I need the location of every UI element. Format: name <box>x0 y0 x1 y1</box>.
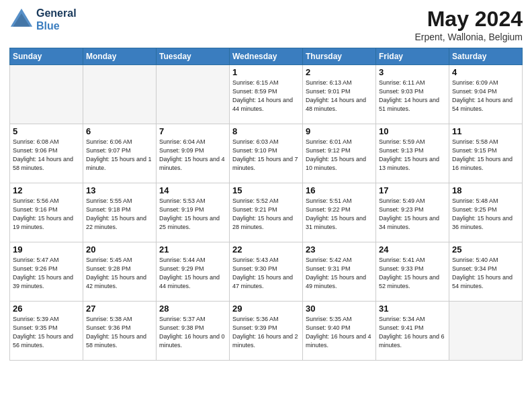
location: Erpent, Wallonia, Belgium <box>414 32 523 42</box>
calendar-cell-w5-d5: 30Sunrise: 5:35 AM Sunset: 9:40 PM Dayli… <box>303 302 376 361</box>
month-title: May 2024 <box>414 7 523 32</box>
calendar-cell-w3-d7: 18Sunrise: 5:48 AM Sunset: 9:25 PM Dayli… <box>449 183 523 242</box>
day-info-27: Sunrise: 5:38 AM Sunset: 9:36 PM Dayligh… <box>86 315 153 350</box>
day-info-13: Sunrise: 5:55 AM Sunset: 9:18 PM Dayligh… <box>86 197 153 232</box>
calendar-week-2: 5Sunrise: 6:08 AM Sunset: 9:06 PM Daylig… <box>10 124 523 183</box>
header-saturday: Saturday <box>449 48 523 65</box>
header-tuesday: Tuesday <box>157 48 230 65</box>
day-info-17: Sunrise: 5:49 AM Sunset: 9:23 PM Dayligh… <box>379 197 446 232</box>
day-info-1: Sunrise: 6:15 AM Sunset: 8:59 PM Dayligh… <box>232 79 300 113</box>
header-sunday: Sunday <box>10 48 83 65</box>
day-number-19: 19 <box>13 244 80 255</box>
day-number-17: 17 <box>379 185 446 195</box>
calendar-week-4: 19Sunrise: 5:47 AM Sunset: 9:26 PM Dayli… <box>10 242 523 302</box>
calendar-cell-w1-d3 <box>157 65 230 124</box>
day-number-9: 9 <box>306 126 373 136</box>
calendar-cell-w5-d1: 26Sunrise: 5:39 AM Sunset: 9:35 PM Dayli… <box>10 302 83 361</box>
calendar-cell-w5-d4: 29Sunrise: 5:36 AM Sunset: 9:39 PM Dayli… <box>230 302 303 361</box>
day-number-2: 2 <box>306 67 373 77</box>
calendar-table: Sunday Monday Tuesday Wednesday Thursday… <box>9 48 523 361</box>
calendar-cell-w2-d5: 9Sunrise: 6:01 AM Sunset: 9:12 PM Daylig… <box>303 124 376 183</box>
calendar-cell-w3-d3: 14Sunrise: 5:53 AM Sunset: 9:19 PM Dayli… <box>157 183 230 242</box>
day-number-6: 6 <box>86 126 153 136</box>
calendar-cell-w1-d5: 2Sunrise: 6:13 AM Sunset: 9:01 PM Daylig… <box>303 65 376 124</box>
calendar-cell-w2-d7: 11Sunrise: 5:58 AM Sunset: 9:15 PM Dayli… <box>449 124 523 183</box>
calendar-cell-w2-d4: 8Sunrise: 6:03 AM Sunset: 9:10 PM Daylig… <box>230 124 303 183</box>
day-number-23: 23 <box>306 244 373 255</box>
calendar-cell-w4-d1: 19Sunrise: 5:47 AM Sunset: 9:26 PM Dayli… <box>10 242 83 302</box>
calendar-cell-w1-d2 <box>83 65 157 124</box>
day-info-9: Sunrise: 6:01 AM Sunset: 9:12 PM Dayligh… <box>306 138 373 173</box>
day-number-30: 30 <box>306 304 373 314</box>
calendar-cell-w2-d3: 7Sunrise: 6:04 AM Sunset: 9:09 PM Daylig… <box>157 124 230 183</box>
day-info-3: Sunrise: 6:11 AM Sunset: 9:03 PM Dayligh… <box>379 79 446 113</box>
day-number-11: 11 <box>452 126 519 136</box>
day-number-14: 14 <box>159 185 226 195</box>
day-info-7: Sunrise: 6:04 AM Sunset: 9:09 PM Dayligh… <box>159 138 226 173</box>
header: General Blue May 2024 Erpent, Wallonia, … <box>9 7 523 42</box>
calendar-cell-w2-d2: 6Sunrise: 6:06 AM Sunset: 9:07 PM Daylig… <box>83 124 157 183</box>
calendar-cell-w4-d5: 23Sunrise: 5:42 AM Sunset: 9:31 PM Dayli… <box>303 242 376 302</box>
day-number-3: 3 <box>379 67 446 77</box>
day-info-4: Sunrise: 6:09 AM Sunset: 9:04 PM Dayligh… <box>452 79 519 113</box>
day-info-12: Sunrise: 5:56 AM Sunset: 9:16 PM Dayligh… <box>13 197 80 232</box>
day-number-22: 22 <box>232 244 300 255</box>
calendar-cell-w5-d2: 27Sunrise: 5:38 AM Sunset: 9:36 PM Dayli… <box>83 302 157 361</box>
calendar-cell-w4-d3: 21Sunrise: 5:44 AM Sunset: 9:29 PM Dayli… <box>157 242 230 302</box>
logo: General Blue <box>9 7 77 32</box>
day-info-31: Sunrise: 5:34 AM Sunset: 9:41 PM Dayligh… <box>379 315 446 350</box>
day-info-16: Sunrise: 5:51 AM Sunset: 9:22 PM Dayligh… <box>306 197 373 232</box>
calendar-cell-w1-d4: 1Sunrise: 6:15 AM Sunset: 8:59 PM Daylig… <box>230 65 303 124</box>
day-info-8: Sunrise: 6:03 AM Sunset: 9:10 PM Dayligh… <box>232 138 300 173</box>
day-number-7: 7 <box>159 126 226 136</box>
calendar-cell-w2-d6: 10Sunrise: 5:59 AM Sunset: 9:13 PM Dayli… <box>376 124 449 183</box>
calendar-cell-w1-d6: 3Sunrise: 6:11 AM Sunset: 9:03 PM Daylig… <box>376 65 449 124</box>
day-info-28: Sunrise: 5:37 AM Sunset: 9:38 PM Dayligh… <box>159 315 226 350</box>
day-number-16: 16 <box>306 185 373 195</box>
header-thursday: Thursday <box>303 48 376 65</box>
day-number-8: 8 <box>232 126 300 136</box>
day-number-26: 26 <box>13 304 80 314</box>
day-info-22: Sunrise: 5:43 AM Sunset: 9:30 PM Dayligh… <box>232 256 300 291</box>
day-number-29: 29 <box>232 304 300 314</box>
day-number-12: 12 <box>13 185 80 195</box>
day-info-26: Sunrise: 5:39 AM Sunset: 9:35 PM Dayligh… <box>13 315 80 350</box>
calendar-week-1: 1Sunrise: 6:15 AM Sunset: 8:59 PM Daylig… <box>10 65 523 124</box>
calendar-cell-w4-d2: 20Sunrise: 5:45 AM Sunset: 9:28 PM Dayli… <box>83 242 157 302</box>
logo-icon <box>9 7 34 32</box>
calendar-cell-w5-d3: 28Sunrise: 5:37 AM Sunset: 9:38 PM Dayli… <box>157 302 230 361</box>
day-info-30: Sunrise: 5:35 AM Sunset: 9:40 PM Dayligh… <box>306 315 373 350</box>
calendar-week-3: 12Sunrise: 5:56 AM Sunset: 9:16 PM Dayli… <box>10 183 523 242</box>
calendar-cell-w5-d6: 31Sunrise: 5:34 AM Sunset: 9:41 PM Dayli… <box>376 302 449 361</box>
day-number-13: 13 <box>86 185 153 195</box>
day-info-14: Sunrise: 5:53 AM Sunset: 9:19 PM Dayligh… <box>159 197 226 232</box>
calendar-cell-w1-d1 <box>10 65 83 124</box>
title-block: May 2024 Erpent, Wallonia, Belgium <box>414 7 523 42</box>
day-info-20: Sunrise: 5:45 AM Sunset: 9:28 PM Dayligh… <box>86 256 153 291</box>
calendar-cell-w4-d6: 24Sunrise: 5:41 AM Sunset: 9:33 PM Dayli… <box>376 242 449 302</box>
day-info-11: Sunrise: 5:58 AM Sunset: 9:15 PM Dayligh… <box>452 138 519 173</box>
day-number-27: 27 <box>86 304 153 314</box>
header-monday: Monday <box>83 48 157 65</box>
calendar-cell-w3-d6: 17Sunrise: 5:49 AM Sunset: 9:23 PM Dayli… <box>376 183 449 242</box>
calendar-week-5: 26Sunrise: 5:39 AM Sunset: 9:35 PM Dayli… <box>10 302 523 361</box>
day-info-18: Sunrise: 5:48 AM Sunset: 9:25 PM Dayligh… <box>452 197 519 232</box>
calendar-cell-w2-d1: 5Sunrise: 6:08 AM Sunset: 9:06 PM Daylig… <box>10 124 83 183</box>
calendar-header-row: Sunday Monday Tuesday Wednesday Thursday… <box>10 48 523 65</box>
day-number-5: 5 <box>13 126 80 136</box>
day-number-10: 10 <box>379 126 446 136</box>
day-number-28: 28 <box>159 304 226 314</box>
calendar-cell-w3-d2: 13Sunrise: 5:55 AM Sunset: 9:18 PM Dayli… <box>83 183 157 242</box>
header-wednesday: Wednesday <box>230 48 303 65</box>
day-number-31: 31 <box>379 304 446 314</box>
header-friday: Friday <box>376 48 449 65</box>
day-info-19: Sunrise: 5:47 AM Sunset: 9:26 PM Dayligh… <box>13 256 80 291</box>
calendar-cell-w4-d7: 25Sunrise: 5:40 AM Sunset: 9:34 PM Dayli… <box>449 242 523 302</box>
day-number-20: 20 <box>86 244 153 255</box>
day-number-21: 21 <box>159 244 226 255</box>
day-info-24: Sunrise: 5:41 AM Sunset: 9:33 PM Dayligh… <box>379 256 446 291</box>
calendar-cell-w4-d4: 22Sunrise: 5:43 AM Sunset: 9:30 PM Dayli… <box>230 242 303 302</box>
day-info-5: Sunrise: 6:08 AM Sunset: 9:06 PM Dayligh… <box>13 138 80 173</box>
day-number-1: 1 <box>232 67 300 77</box>
day-info-10: Sunrise: 5:59 AM Sunset: 9:13 PM Dayligh… <box>379 138 446 173</box>
